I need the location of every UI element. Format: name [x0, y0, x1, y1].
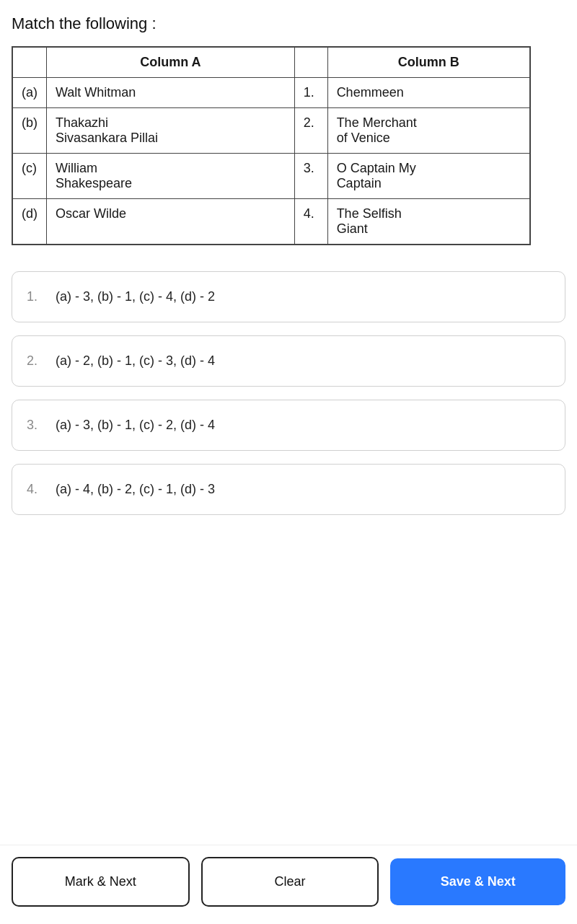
- footer-buttons: Mark & Next Clear Save & Next: [0, 845, 577, 924]
- option-number: 3.: [27, 418, 47, 433]
- match-table: Column A Column B (a)Walt Whitman1.Chemm…: [12, 46, 531, 245]
- col-a-cell: ThakazhiSivasankara Pillai: [47, 108, 295, 154]
- row-num: 2.: [294, 108, 327, 154]
- option-card[interactable]: 4.(a) - 4, (b) - 2, (c) - 1, (d) - 3: [12, 464, 565, 515]
- options-container: 1.(a) - 3, (b) - 1, (c) - 4, (d) - 22.(a…: [12, 271, 565, 515]
- option-text: (a) - 2, (b) - 1, (c) - 3, (d) - 4: [56, 353, 215, 369]
- col-b-header: Column B: [327, 47, 530, 78]
- option-text: (a) - 3, (b) - 1, (c) - 4, (d) - 2: [56, 289, 215, 304]
- col-a-cell: WilliamShakespeare: [47, 154, 295, 199]
- table-row: (a)Walt Whitman1.Chemmeen: [12, 78, 530, 108]
- col-a-header: Column A: [47, 47, 295, 78]
- option-number: 1.: [27, 289, 47, 304]
- row-label: (b): [12, 108, 47, 154]
- save-next-button[interactable]: Save & Next: [390, 858, 565, 905]
- table-row: (b)ThakazhiSivasankara Pillai2.The Merch…: [12, 108, 530, 154]
- table-header-spacer2: [294, 47, 327, 78]
- row-label: (c): [12, 154, 47, 199]
- row-num: 1.: [294, 78, 327, 108]
- col-b-cell: Chemmeen: [327, 78, 530, 108]
- option-card[interactable]: 2.(a) - 2, (b) - 1, (c) - 3, (d) - 4: [12, 335, 565, 387]
- table-row: (d)Oscar Wilde4.The SelfishGiant: [12, 199, 530, 245]
- col-b-cell: The SelfishGiant: [327, 199, 530, 245]
- row-num: 4.: [294, 199, 327, 245]
- option-number: 4.: [27, 482, 47, 497]
- col-b-cell: The Merchantof Venice: [327, 108, 530, 154]
- row-num: 3.: [294, 154, 327, 199]
- col-b-cell: O Captain MyCaptain: [327, 154, 530, 199]
- row-label: (a): [12, 78, 47, 108]
- option-number: 2.: [27, 353, 47, 369]
- mark-next-button[interactable]: Mark & Next: [12, 857, 190, 907]
- table-header-spacer: [12, 47, 47, 78]
- clear-button[interactable]: Clear: [201, 857, 379, 907]
- row-label: (d): [12, 199, 47, 245]
- option-text: (a) - 3, (b) - 1, (c) - 2, (d) - 4: [56, 418, 215, 433]
- option-card[interactable]: 3.(a) - 3, (b) - 1, (c) - 2, (d) - 4: [12, 400, 565, 451]
- col-a-cell: Oscar Wilde: [47, 199, 295, 245]
- option-text: (a) - 4, (b) - 2, (c) - 1, (d) - 3: [56, 482, 215, 497]
- col-a-cell: Walt Whitman: [47, 78, 295, 108]
- table-row: (c)WilliamShakespeare3.O Captain MyCapta…: [12, 154, 530, 199]
- option-card[interactable]: 1.(a) - 3, (b) - 1, (c) - 4, (d) - 2: [12, 271, 565, 322]
- question-title: Match the following :: [12, 14, 565, 33]
